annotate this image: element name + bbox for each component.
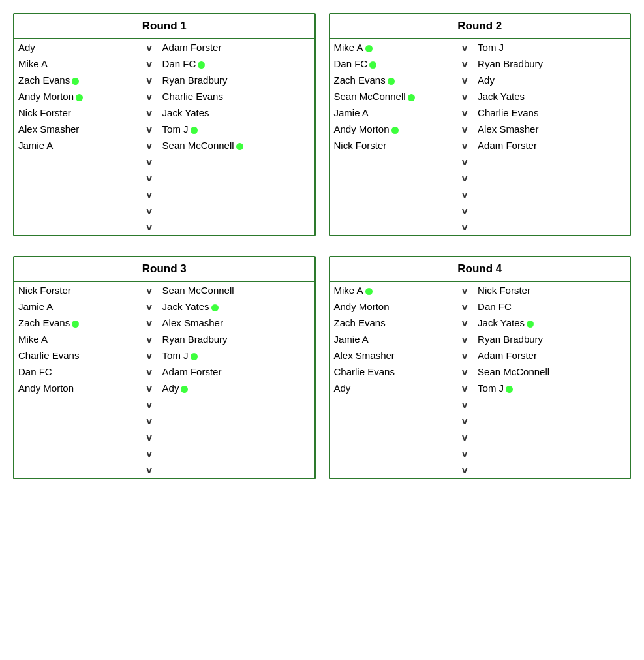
match-right: Ryan Bradbury: [474, 331, 630, 347]
vs-separator: v: [140, 104, 159, 121]
match-left: Zach Evans: [330, 72, 456, 88]
empty-row: v: [14, 413, 314, 429]
table-row: Charlie EvansvSean McConnell: [330, 364, 630, 380]
vs-separator: v: [455, 429, 474, 445]
round1-table: AdyvAdam ForsterMike AvDan FCZach Evansv…: [14, 39, 314, 235]
empty-row: v: [14, 170, 314, 186]
match-left: Alex Smasher: [14, 121, 140, 137]
vs-separator: v: [140, 429, 159, 445]
winner-dot: [211, 304, 219, 311]
vs-separator: v: [455, 298, 474, 315]
table-row: Jamie AvSean McConnell: [14, 137, 314, 153]
match-right: Adam Forster: [159, 364, 314, 380]
vs-separator: v: [140, 72, 159, 88]
empty-row: v: [330, 170, 630, 186]
vs-separator: v: [455, 186, 474, 202]
match-left: Charlie Evans: [330, 364, 456, 380]
round-box-round4: Round 4Mike AvNick ForsterAndy MortonvDa…: [329, 256, 632, 479]
winner-dot: [365, 45, 373, 52]
empty-row: v: [330, 202, 630, 219]
vs-separator: v: [455, 331, 474, 347]
match-right: Adam Forster: [474, 347, 630, 364]
table-row: Zach EvansvAdy: [330, 72, 630, 88]
vs-separator: v: [140, 315, 159, 331]
match-right: Alex Smasher: [474, 121, 630, 137]
match-left: Dan FC: [330, 55, 456, 72]
winner-dot: [391, 127, 399, 134]
vs-separator: v: [455, 380, 474, 396]
vs-separator: v: [455, 347, 474, 364]
match-left: Dan FC: [14, 364, 140, 380]
winner-dot: [365, 288, 373, 295]
round1-title: Round 1: [14, 14, 314, 39]
table-row: Andy MortonvAdy: [14, 380, 314, 396]
rounds-grid: Round 1AdyvAdam ForsterMike AvDan FCZach…: [7, 7, 637, 486]
vs-separator: v: [140, 396, 159, 413]
table-row: Nick ForstervAdam Forster: [330, 137, 630, 153]
match-right: Dan FC: [159, 55, 314, 72]
match-right: Jack Yates: [159, 104, 314, 121]
table-row: Mike AvDan FC: [14, 55, 314, 72]
round3-title: Round 3: [14, 257, 314, 282]
winner-dot: [76, 94, 83, 101]
table-row: Alex SmashervAdam Forster: [330, 347, 630, 364]
vs-separator: v: [140, 282, 159, 298]
winner-dot: [408, 94, 415, 101]
vs-separator: v: [140, 153, 159, 170]
empty-row: v: [14, 462, 314, 478]
vs-separator: v: [140, 219, 159, 235]
table-row: Andy MortonvCharlie Evans: [14, 88, 314, 104]
table-row: Mike AvNick Forster: [330, 282, 630, 298]
match-right: Sean McConnell: [159, 137, 314, 153]
match-right: Adam Forster: [159, 39, 314, 55]
empty-row: v: [330, 429, 630, 445]
match-right: Tom J: [474, 380, 630, 396]
round-box-round2: Round 2Mike AvTom JDan FCvRyan BradburyZ…: [329, 13, 632, 236]
vs-separator: v: [140, 55, 159, 72]
table-row: Zach EvansvAlex Smasher: [14, 315, 314, 331]
match-left: Nick Forster: [14, 104, 140, 121]
vs-separator: v: [140, 364, 159, 380]
match-right: Adam Forster: [474, 137, 630, 153]
match-right: Sean McConnell: [159, 282, 314, 298]
empty-row: v: [14, 153, 314, 170]
match-right: Jack Yates: [474, 88, 630, 104]
round-box-round1: Round 1AdyvAdam ForsterMike AvDan FCZach…: [13, 13, 316, 236]
table-row: AdyvAdam Forster: [14, 39, 314, 55]
match-right: Ryan Bradbury: [159, 72, 314, 88]
table-row: Jamie AvJack Yates: [14, 298, 314, 315]
empty-row: v: [330, 396, 630, 413]
winner-dot: [198, 61, 205, 69]
vs-separator: v: [140, 170, 159, 186]
match-right: Alex Smasher: [159, 315, 314, 331]
vs-separator: v: [455, 170, 474, 186]
empty-row: v: [14, 186, 314, 202]
table-row: Charlie EvansvTom J: [14, 347, 314, 364]
match-left: Jamie A: [330, 331, 456, 347]
table-row: Andy MortonvDan FC: [330, 298, 630, 315]
match-right: Ady: [474, 72, 630, 88]
match-left: Charlie Evans: [14, 347, 140, 364]
vs-separator: v: [140, 462, 159, 478]
match-right: Tom J: [474, 39, 630, 55]
table-row: Mike AvRyan Bradbury: [14, 331, 314, 347]
match-right: Dan FC: [474, 298, 630, 315]
match-right: Tom J: [159, 347, 314, 364]
table-row: Jamie AvRyan Bradbury: [330, 331, 630, 347]
empty-row: v: [14, 396, 314, 413]
table-row: Jamie AvCharlie Evans: [330, 104, 630, 121]
match-left: Nick Forster: [330, 137, 456, 153]
vs-separator: v: [455, 282, 474, 298]
vs-separator: v: [455, 153, 474, 170]
round3-table: Nick ForstervSean McConnellJamie AvJack …: [14, 282, 314, 478]
vs-separator: v: [140, 137, 159, 153]
winner-dot: [191, 353, 198, 360]
match-left: Zach Evans: [14, 72, 140, 88]
match-left: Jamie A: [14, 137, 140, 153]
vs-separator: v: [455, 104, 474, 121]
match-left: Mike A: [330, 282, 456, 298]
round2-title: Round 2: [330, 14, 630, 39]
vs-separator: v: [140, 445, 159, 462]
vs-separator: v: [455, 88, 474, 104]
match-right: Jack Yates: [474, 315, 630, 331]
